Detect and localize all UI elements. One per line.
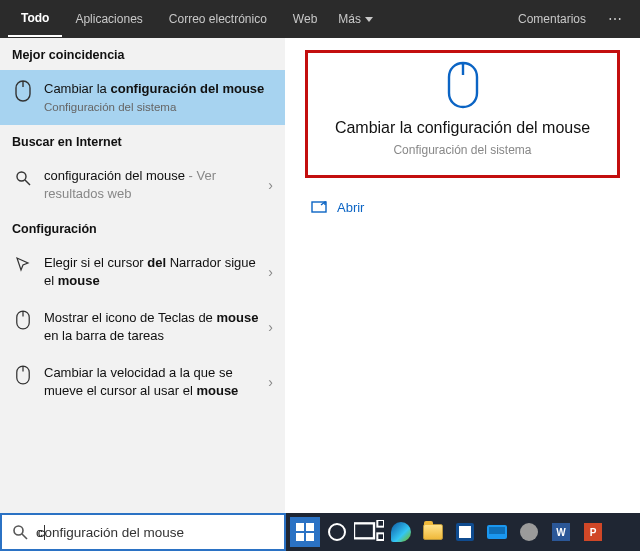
section-config: Configuración (0, 212, 285, 244)
feedback-link[interactable]: Comentarios (506, 2, 598, 36)
c1-b2: mouse (58, 273, 100, 288)
search-text: configuración del mouse (38, 525, 184, 540)
config-item-mousekeys[interactable]: Mostrar el icono de Teclas de mouse en l… (0, 299, 285, 354)
web-result-label: configuración del mouse (44, 168, 185, 183)
edge-button[interactable] (386, 517, 416, 547)
c3-b1: mouse (196, 383, 238, 398)
more-options-button[interactable]: ⋯ (598, 5, 632, 33)
search-icon (12, 524, 28, 540)
tab-more-label: Más (338, 12, 361, 26)
open-icon (311, 201, 327, 215)
config-item-narrator[interactable]: Elegir si el cursor del Narrador sigue e… (0, 244, 285, 299)
taskview-icon (354, 520, 384, 543)
folder-icon (423, 524, 443, 540)
section-web: Buscar en Internet (0, 125, 285, 157)
tab-web[interactable]: Web (280, 2, 330, 36)
svg-rect-8 (306, 533, 314, 541)
word-icon: W (552, 523, 570, 541)
c1-b1: del (147, 255, 166, 270)
c2-b1: mouse (216, 310, 258, 325)
preview-sub: Configuración del sistema (318, 143, 607, 157)
search-tabs: Todo Aplicaciones Correo electrónico Web… (0, 0, 640, 38)
best-match-item[interactable]: Cambiar la configuración del mouse Confi… (0, 70, 285, 125)
powerpoint-button[interactable]: P (578, 517, 608, 547)
start-button[interactable] (290, 517, 320, 547)
svg-point-0 (17, 172, 26, 181)
store-button[interactable] (450, 517, 480, 547)
c2-pre: Mostrar el icono de Teclas de (44, 310, 216, 325)
c1-pre: Elegir si el cursor (44, 255, 147, 270)
svg-rect-9 (354, 524, 374, 539)
web-result-item[interactable]: configuración del mouse - Ver resultados… (0, 157, 285, 212)
tab-more[interactable]: Más (330, 2, 381, 36)
explorer-button[interactable] (418, 517, 448, 547)
word-button[interactable]: W (546, 517, 576, 547)
svg-rect-7 (296, 533, 304, 541)
preview-panel: Cambiar la configuración del mouse Confi… (285, 38, 640, 513)
config-item-speed[interactable]: Cambiar la velocidad a la que se mueve e… (0, 354, 285, 409)
circle-icon (328, 523, 346, 541)
mouse-icon (12, 80, 34, 102)
svg-rect-11 (377, 534, 384, 541)
preview-card: Cambiar la configuración del mouse Confi… (305, 50, 620, 178)
taskbar: W P (286, 513, 640, 551)
svg-point-3 (14, 526, 23, 535)
search-icon (12, 167, 34, 189)
person-icon (520, 523, 538, 541)
taskview-button[interactable] (354, 517, 384, 547)
chevron-right-icon: › (268, 374, 273, 390)
mouse-icon (12, 309, 34, 331)
c2-suf: en la barra de tareas (44, 328, 164, 343)
chevron-right-icon: › (268, 319, 273, 335)
mouse-icon (12, 364, 34, 386)
chevron-right-icon: › (268, 177, 273, 193)
preview-title: Cambiar la configuración del mouse (318, 119, 607, 137)
section-best-match: Mejor coincidencia (0, 38, 285, 70)
cursor-icon (12, 254, 34, 276)
chevron-down-icon (365, 17, 373, 22)
tab-apps[interactable]: Aplicaciones (62, 2, 155, 36)
mouse-large-icon (445, 61, 481, 109)
best-match-title-bold: configuración del mouse (110, 81, 264, 96)
mail-icon (487, 525, 507, 539)
svg-rect-6 (306, 523, 314, 531)
people-button[interactable] (514, 517, 544, 547)
tab-mail[interactable]: Correo electrónico (156, 2, 280, 36)
cortana-button[interactable] (322, 517, 352, 547)
open-action[interactable]: Abrir (297, 186, 628, 229)
edge-icon (391, 522, 411, 542)
svg-rect-10 (377, 520, 384, 527)
best-match-sub: Configuración del sistema (44, 100, 273, 116)
mail-button[interactable] (482, 517, 512, 547)
tab-all[interactable]: Todo (8, 1, 62, 37)
results-panel: Mejor coincidencia Cambiar la configurac… (0, 38, 285, 513)
svg-rect-5 (296, 523, 304, 531)
chevron-right-icon: › (268, 264, 273, 280)
svg-line-1 (25, 180, 30, 185)
best-match-title-pre: Cambiar la (44, 81, 110, 96)
powerpoint-icon: P (584, 523, 602, 541)
open-label: Abrir (337, 200, 364, 215)
svg-line-4 (22, 534, 27, 539)
store-icon (456, 523, 474, 541)
search-input[interactable]: cconfiguración del mouse (0, 513, 286, 551)
